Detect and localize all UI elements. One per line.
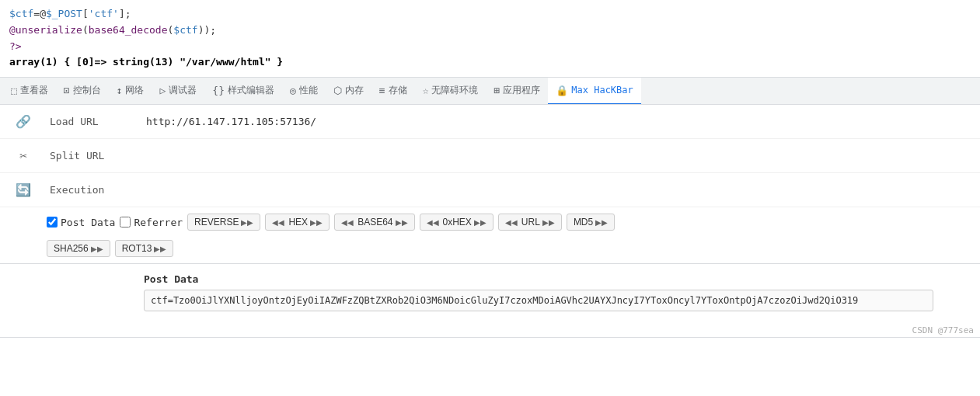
hackbar-panel: 🔗 Load URL ✂ Split URL 🔄 Execution Post … — [0, 105, 980, 338]
referrer-checkbox-label[interactable]: Referrer — [120, 217, 183, 228]
accessibility-icon: ☆ — [423, 85, 429, 96]
hex-label: HEX — [288, 217, 308, 228]
hex-right-arrow-icon — [310, 217, 323, 228]
watermark: CSDN @777sea — [0, 324, 980, 337]
md5-arrow-icon — [595, 217, 608, 228]
tab-debugger[interactable]: ▷ 调试器 — [152, 77, 204, 105]
refresh-icon: 🔄 — [16, 182, 31, 197]
execution-label: Execution — [47, 184, 140, 196]
split-url-label: Split URL — [47, 150, 140, 162]
sha256-arrow-icon — [91, 243, 103, 254]
0xhex-right-arrow-icon — [474, 217, 487, 228]
referrer-checkbox-text: Referrer — [134, 217, 183, 228]
tab-accessibility-label: 无障碍环境 — [431, 84, 478, 97]
md5-label: MD5 — [574, 217, 593, 228]
0xhex-button[interactable]: 0xHEX — [420, 214, 493, 231]
tab-storage[interactable]: ≡ 存储 — [371, 77, 415, 105]
load-url-input[interactable] — [146, 116, 974, 127]
tab-network-label: 网络 — [125, 84, 144, 97]
sha256-button[interactable]: SHA256 — [47, 240, 110, 257]
url-label: URL — [521, 217, 540, 228]
rot13-button[interactable]: ROT13 — [115, 240, 174, 257]
code-block: $ctf=@$_POST['ctf']; @unserialize(base64… — [0, 0, 980, 77]
md5-button[interactable]: MD5 — [567, 214, 615, 231]
execution-icon-cell: 🔄 — [0, 182, 47, 197]
link-icon: 🔗 — [16, 114, 31, 129]
code-output: array(1) { [0]=> string(13) "/var/www/ht… — [9, 54, 971, 71]
tab-inspector[interactable]: ⬚ 查看器 — [3, 77, 56, 105]
tab-style-label: 样式编辑器 — [228, 84, 274, 97]
hackbar-buttons-row: Post Data Referrer REVERSE HEX BASE64 0x… — [0, 207, 980, 264]
base64-label: BASE64 — [357, 217, 392, 228]
lock-icon: 🔒 — [556, 85, 568, 96]
execution-row: 🔄 Execution — [0, 173, 980, 207]
tab-debugger-label: 调试器 — [169, 84, 197, 97]
rot13-arrow-icon — [154, 243, 166, 254]
post-data-section: Post Data — [0, 264, 980, 324]
0xhex-left-arrow-icon — [427, 217, 441, 228]
url-right-arrow-icon — [542, 217, 555, 228]
base64-right-arrow-icon — [396, 217, 408, 228]
base64-button[interactable]: BASE64 — [334, 214, 414, 231]
console-icon: ⊡ — [64, 85, 70, 96]
post-data-input[interactable] — [144, 290, 933, 311]
tab-console[interactable]: ⊡ 控制台 — [56, 77, 109, 105]
url-left-arrow-icon — [505, 217, 519, 228]
post-data-checkbox-label[interactable]: Post Data — [47, 217, 115, 228]
rot13-label: ROT13 — [122, 243, 152, 254]
split-url-row: ✂ Split URL — [0, 139, 980, 173]
post-data-checkbox[interactable] — [47, 217, 58, 228]
inspector-icon: ⬚ — [11, 85, 17, 96]
tab-network[interactable]: ↕ 网络 — [109, 77, 152, 105]
post-data-title: Post Data — [144, 273, 933, 285]
performance-icon: ◎ — [290, 85, 296, 96]
0xhex-label: 0xHEX — [443, 217, 472, 228]
post-data-checkbox-text: Post Data — [61, 217, 115, 228]
devtools-toolbar: ⬚ 查看器 ⊡ 控制台 ↕ 网络 ▷ 调试器 {} 样式编辑器 ◎ 性能 ⬡ 内… — [0, 77, 980, 105]
tab-accessibility[interactable]: ☆ 无障碍环境 — [415, 77, 487, 105]
scissors-icon: ✂ — [19, 148, 27, 163]
tab-performance-label: 性能 — [299, 84, 318, 97]
split-url-icon-cell: ✂ — [0, 148, 47, 163]
sha256-label: SHA256 — [54, 243, 89, 254]
code-line-1: $ctf=@$_POST['ctf']; — [9, 6, 971, 23]
split-url-content — [140, 153, 980, 159]
code-line-3: ?> — [9, 39, 971, 55]
referrer-checkbox[interactable] — [120, 217, 131, 228]
base64-left-arrow-icon — [341, 217, 355, 228]
tab-hackbar[interactable]: 🔒 Max HacKBar — [548, 77, 640, 105]
tab-apps[interactable]: ⊞ 应用程序 — [486, 77, 548, 105]
tab-apps-label: 应用程序 — [503, 84, 540, 97]
load-url-content[interactable] — [140, 113, 980, 130]
load-url-row: 🔗 Load URL — [0, 105, 980, 139]
style-icon: {} — [212, 85, 225, 96]
load-url-label: Load URL — [47, 116, 140, 127]
apps-icon: ⊞ — [493, 85, 500, 96]
url-button[interactable]: URL — [498, 214, 562, 231]
tab-storage-label: 存储 — [389, 84, 407, 97]
hex-button[interactable]: HEX — [265, 214, 330, 231]
reverse-arrow-icon — [241, 217, 253, 228]
reverse-button[interactable]: REVERSE — [187, 214, 260, 231]
code-line-2: @unserialize(base64_decode($ctf)); — [9, 23, 971, 39]
debugger-icon: ▷ — [159, 85, 166, 96]
tab-console-label: 控制台 — [73, 84, 101, 97]
hex-left-arrow-icon — [272, 217, 286, 228]
tab-hackbar-label: Max HacKBar — [571, 85, 633, 96]
execution-content — [140, 187, 980, 193]
reverse-label: REVERSE — [194, 217, 239, 228]
load-url-icon-cell: 🔗 — [0, 114, 47, 129]
tab-memory-label: 内存 — [345, 84, 364, 97]
memory-icon: ⬡ — [333, 85, 342, 96]
tab-memory[interactable]: ⬡ 内存 — [326, 77, 371, 105]
tab-inspector-label: 查看器 — [20, 84, 48, 97]
tab-performance[interactable]: ◎ 性能 — [282, 77, 326, 105]
storage-icon: ≡ — [379, 85, 385, 96]
network-icon: ↕ — [117, 85, 123, 96]
tab-style-editor[interactable]: {} 样式编辑器 — [204, 77, 282, 105]
